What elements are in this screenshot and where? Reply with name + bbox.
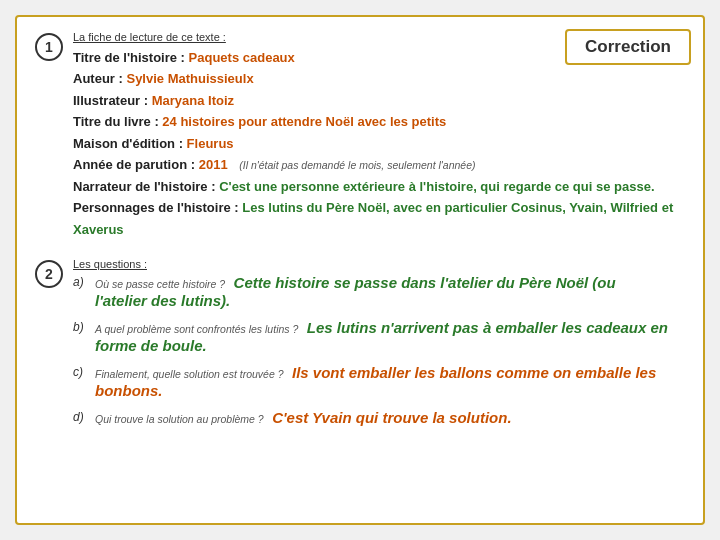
field-annee: Année de parution : 2011 (Il n'était pas… <box>73 154 685 175</box>
correction-text: Correction <box>585 37 671 56</box>
correction-badge: Correction <box>565 29 691 65</box>
field-maison: Maison d'édition : Fleurus <box>73 133 685 154</box>
section-1-number: 1 <box>35 33 63 61</box>
question-b: b) A quel problème sont confrontés les l… <box>73 319 685 354</box>
section-2-label: Les questions : <box>73 258 685 270</box>
question-c: c) Finalement, quelle solution est trouv… <box>73 364 685 399</box>
field-personnages: Personnages de l'histoire : Les lutins d… <box>73 197 685 240</box>
field-titre-livre: Titre du livre : 24 histoires pour atten… <box>73 111 685 132</box>
question-d: d) Qui trouve la solution au problème ? … <box>73 409 685 427</box>
main-page: Correction 1 La fiche de lecture de ce t… <box>15 15 705 525</box>
field-narrateur: Narrateur de l'histoire : C'est une pers… <box>73 176 685 197</box>
field-illustrateur: Illustrateur : Maryana Itoiz <box>73 90 685 111</box>
section-2-content: Les questions : a) Où se passe cette his… <box>73 258 685 437</box>
question-a: a) Où se passe cette histoire ? Cette hi… <box>73 274 685 309</box>
section-2: 2 Les questions : a) Où se passe cette h… <box>35 258 685 437</box>
section-2-number: 2 <box>35 260 63 288</box>
field-auteur: Auteur : Sylvie Mathuissieulx <box>73 68 685 89</box>
